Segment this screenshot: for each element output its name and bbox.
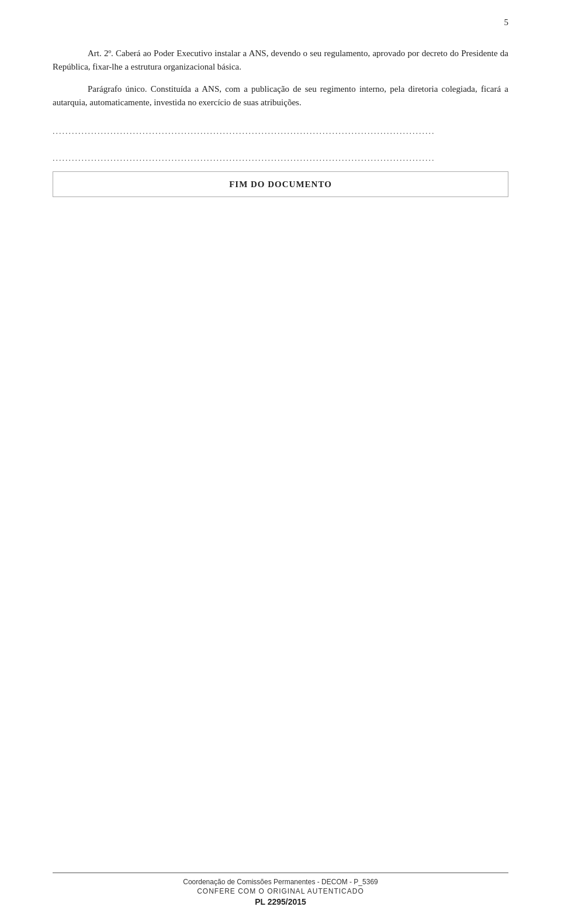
dots-separator-1: ........................................…	[53, 127, 508, 136]
dots-separator-2: ........................................…	[53, 154, 508, 163]
page-number: 5	[504, 18, 509, 27]
paragraph-unico: Parágrafo único. Constituída a ANS, com …	[53, 82, 508, 110]
footer-coordination: Coordenação de Comissões Permanentes - D…	[53, 878, 508, 886]
footer: Coordenação de Comissões Permanentes - D…	[53, 873, 508, 906]
document-page: 5 Art. 2º. Caberá ao Poder Executivo ins…	[0, 0, 561, 924]
footer-confere: CONFERE COM O ORIGINAL AUTENTICADO	[53, 887, 508, 895]
paragraph-art2: Art. 2º. Caberá ao Poder Executivo insta…	[53, 47, 508, 74]
fim-do-documento-label: FIM DO DOCUMENTO	[229, 180, 332, 189]
main-content: Art. 2º. Caberá ao Poder Executivo insta…	[53, 47, 508, 197]
fim-do-documento-box: FIM DO DOCUMENTO	[53, 171, 508, 197]
footer-pl: PL 2295/2015	[53, 897, 508, 906]
